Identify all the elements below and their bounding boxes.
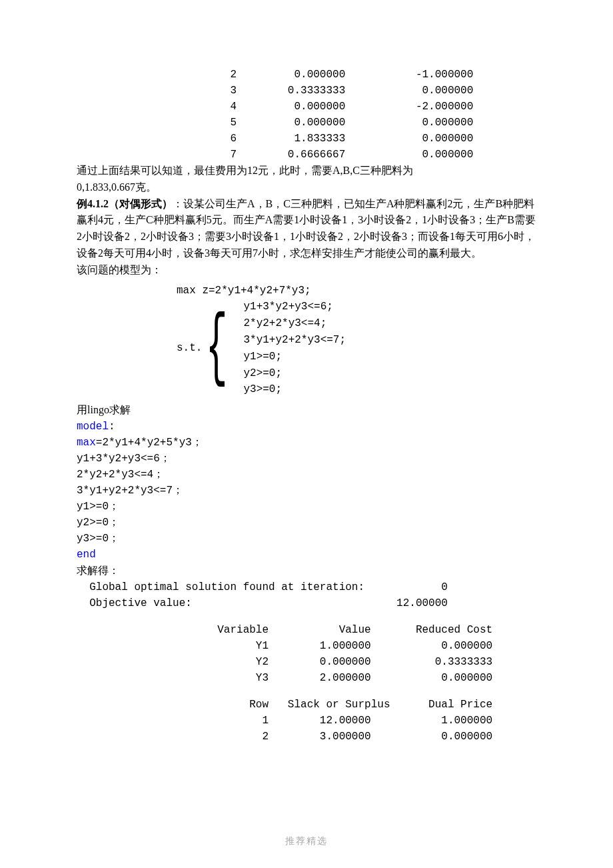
constraint-line: 2*y2+2*y3<=4; <box>243 315 346 332</box>
constraint-list: y1+3*y2+y3<=6;2*y2+2*y3<=4;3*y1+y2+2*y3<… <box>243 299 346 398</box>
math-model: max z=2*y1+4*y2+7*y3; s.t. { y1+3*y2+y3<… <box>177 283 536 399</box>
end-keyword: end <box>77 547 536 563</box>
constraint-line: y2>=0; <box>243 365 346 382</box>
lingo-max-line: max=2*y1+4*y2+5*y3； <box>77 435 536 451</box>
lingo-line: y1>=0； <box>77 499 536 515</box>
max-keyword: max <box>77 437 96 449</box>
solve-label: 求解得： <box>77 563 536 579</box>
result-summary: 通过上面结果可以知道，最佳费用为12元，此时，需要A,B,C三种肥料为 0,1.… <box>77 163 536 196</box>
para1-line1: 通过上面结果可以知道，最佳费用为12元，此时，需要A,B,C三种肥料为 <box>77 165 413 176</box>
model-label: 该问题的模型为： <box>77 262 536 279</box>
lingo-label: 用lingo求解 <box>77 402 536 419</box>
st-label: s.t. <box>177 299 206 398</box>
max-rest: =2*y1+4*y2+5*y3； <box>96 437 203 449</box>
problem-statement: 例4.1.2（对偶形式）：设某公司生产A，B，C三种肥料，已知生产A种肥料赢利2… <box>77 196 536 262</box>
constraint-line: y1+3*y2+y3<=6; <box>243 299 346 315</box>
lingo-line: 2*y2+2*y3<=4； <box>77 467 536 483</box>
lingo-line: 3*y1+y2+2*y3<=7； <box>77 483 536 499</box>
model-colon: : <box>109 421 115 433</box>
lingo-line: y1+3*y2+y3<=6； <box>77 451 536 467</box>
example-label: 例4.1.2（对偶形式） <box>77 198 173 209</box>
constraint-line: 3*y1+y2+2*y3<=7; <box>243 332 346 349</box>
model-keyword: model <box>77 421 109 433</box>
para1-line2: 0,1.833,0.667克。 <box>77 181 157 193</box>
top-row-table: 2 0.000000 -1.000000 3 0.3333333 0.00000… <box>77 67 536 163</box>
objective-line: max z=2*y1+4*y2+7*y3; <box>177 283 536 299</box>
constraint-line: y1>=0; <box>243 349 346 365</box>
left-brace-icon: { <box>206 299 228 398</box>
lingo-line: y2>=0； <box>77 515 536 531</box>
lingo-model-line: model: <box>77 419 536 435</box>
lingo-line: y3>=0； <box>77 531 536 547</box>
solution-header: Global optimal solution found at iterati… <box>77 579 536 611</box>
lingo-body: y1+3*y2+y3<=6；2*y2+2*y3<=4；3*y1+y2+2*y3<… <box>77 451 536 547</box>
footer-text: 推荐精选 <box>0 834 613 848</box>
constraint-line: y3>=0; <box>243 381 346 398</box>
row-table: Row Slack or Surplus Dual Price 1 12.000… <box>77 697 536 745</box>
variable-table: Variable Value Reduced Cost Y1 1.000000 … <box>77 622 536 686</box>
